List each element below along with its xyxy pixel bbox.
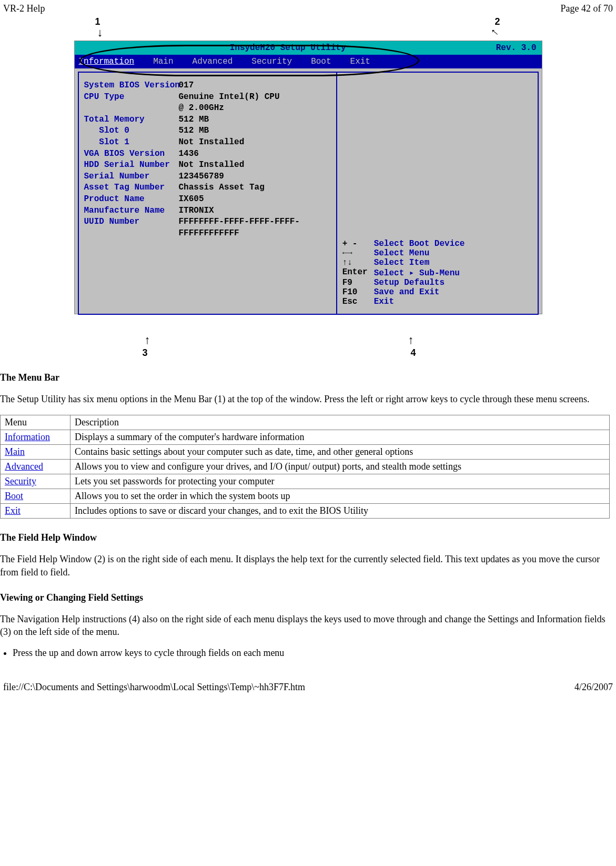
table-row: ExitIncludes options to save or discard … (1, 504, 610, 519)
bullet-item: Press the up and down arrow keys to cycl… (13, 648, 613, 659)
bios-nav-line: ←→Select Menu (342, 248, 532, 258)
bios-field: Total Memory512 MB (84, 114, 331, 126)
bios-nav-line: ↑↓Select Item (342, 258, 532, 267)
bios-field-key (84, 103, 179, 114)
bios-field-key: HDD Serial Number (84, 160, 179, 171)
bios-field-key: Asset Tag Number (84, 182, 179, 194)
link-boot[interactable]: Boot (5, 491, 23, 501)
bios-field-value: Genuine Intel(R) CPU (179, 92, 280, 103)
bios-nav-key: F9 (342, 278, 374, 287)
link-main[interactable]: Main (5, 446, 25, 457)
bios-field-key (84, 228, 179, 240)
bios-field-value: @ 2.00GHz (179, 103, 224, 114)
link-advanced[interactable]: Advanced (5, 461, 43, 472)
table-row: AdvancedAllows you to view and configure… (1, 460, 610, 474)
bios-field: CPU TypeGenuine Intel(R) CPU (84, 92, 331, 103)
para-view-change: The Navigation Help instructions (4) als… (0, 613, 613, 639)
bios-menu-boot[interactable]: Boot (311, 57, 331, 66)
bios-field-value: Chassis Asset Tag (179, 182, 265, 194)
bios-field-key: System BIOS Version (84, 80, 179, 92)
th-menu: Menu (1, 415, 70, 430)
bios-nav-value: Save and Exit (374, 287, 440, 297)
para-menu-bar: The Setup Utility has six menu options i… (0, 393, 613, 405)
bios-field-value: IX605 (179, 194, 204, 205)
bios-nav-value: Select Menu (374, 248, 430, 258)
bios-nav-line: EscExit (342, 297, 532, 306)
bios-field: FFFFFFFFFFFF (84, 228, 331, 240)
bios-field: Slot 0512 MB (84, 125, 331, 137)
bios-nav-key: ←→ (342, 248, 374, 258)
bios-help-panel: + -Select Boot Device←→Select Menu↑↓Sele… (337, 73, 538, 314)
desc-cell: Allows you to set the order in which the… (70, 489, 610, 504)
bios-field-key: VGA BIOS Version (84, 148, 179, 160)
bios-nav-line: + -Select Boot Device (342, 239, 532, 248)
desc-cell: Displays a summary of the computer's har… (70, 430, 610, 445)
bios-field-value: 017 (179, 80, 194, 92)
heading-view-change: Viewing or Changing Field Settings (0, 592, 613, 603)
bios-nav-value: Select Boot Device (374, 239, 465, 248)
header-right: Page 42 of 70 (561, 3, 613, 14)
link-information[interactable]: Information (5, 432, 50, 442)
footer-right: 4/26/2007 (574, 682, 613, 693)
bios-menu-information[interactable]: Information (79, 57, 135, 66)
callout-2: 2 (494, 16, 500, 27)
bios-field: @ 2.00GHz (84, 103, 331, 114)
bios-field-key: Total Memory (84, 114, 179, 126)
bios-nav-key: + - (342, 239, 374, 248)
table-row: SecurityLets you set passwords for prote… (1, 474, 610, 489)
arrow-up-icon: ↑ (408, 334, 414, 346)
bios-field: HDD Serial NumberNot Installed (84, 160, 331, 171)
bios-field-key: UUID Number (84, 216, 179, 228)
bios-field-key: Manufacture Name (84, 205, 179, 217)
table-row: InformationDisplays a summary of the com… (1, 430, 610, 445)
desc-cell: Allows you to view and configure your dr… (70, 460, 610, 474)
bios-field-value: 512 MB (179, 114, 209, 126)
bios-menu-main[interactable]: Main (153, 57, 173, 66)
bios-field-value: 123456789 (179, 171, 224, 183)
bios-nav-key: Esc (342, 297, 374, 306)
bios-menu-security[interactable]: Security (251, 57, 292, 66)
bios-menu-exit[interactable]: Exit (350, 57, 370, 66)
bios-field: UUID NumberFFFFFFFF-FFFF-FFFF-FFFF- (84, 216, 331, 228)
bios-field: VGA BIOS Version1436 (84, 148, 331, 160)
callout-4: 4 (410, 347, 416, 359)
table-header-row: Menu Description (1, 415, 610, 430)
bios-field-key: Slot 1 (84, 137, 179, 148)
para-field-help: The Field Help Window (2) is on the righ… (0, 553, 613, 579)
bios-field-key: Slot 0 (84, 125, 179, 137)
bios-figure: 1 2 3 4 ↓ ↓ ↑ ↑ InsydeH20 Setup Utility … (0, 19, 616, 356)
bios-menu-advanced[interactable]: Advanced (193, 57, 233, 66)
arrow-down-icon: ↓ (97, 27, 103, 38)
bios-nav-key: F10 (342, 287, 374, 297)
bios-nav-value: Setup Defaults (374, 278, 445, 287)
desc-cell: Contains basic settings about your compu… (70, 445, 610, 460)
bios-field-value: Not Installed (179, 137, 245, 148)
bios-field-value: 1436 (179, 148, 199, 160)
heading-menu-bar: The Menu Bar (0, 372, 613, 383)
bios-nav-line: EnterSelect ▸ Sub-Menu (342, 267, 532, 278)
table-row: BootAllows you to set the order in which… (1, 489, 610, 504)
bios-field: Slot 1Not Installed (84, 137, 331, 148)
bios-nav-line: F10Save and Exit (342, 287, 532, 297)
bios-field-key: Product Name (84, 194, 179, 205)
bios-field: Product NameIX605 (84, 194, 331, 205)
arrow-down-icon: ↓ (489, 27, 501, 39)
bios-info-panel: System BIOS Version017CPU TypeGenuine In… (79, 73, 337, 314)
th-description: Description (70, 415, 610, 430)
arrow-up-icon: ↑ (145, 334, 150, 346)
bios-nav-key: ↑↓ (342, 258, 374, 267)
footer-left: file://C:\Documents and Settings\harwood… (3, 682, 305, 693)
bios-menubar: Information Main Advanced Security Boot … (75, 55, 542, 68)
bios-field-value: ITRONIX (179, 205, 214, 217)
link-security[interactable]: Security (5, 476, 36, 486)
bios-field: Manufacture NameITRONIX (84, 205, 331, 217)
bios-field-key: CPU Type (84, 92, 179, 103)
menu-table: Menu Description InformationDisplays a s… (0, 415, 610, 519)
desc-cell: Includes options to save or discard your… (70, 504, 610, 519)
bios-nav-key: Enter (342, 267, 374, 278)
bios-field-value: 512 MB (179, 125, 209, 137)
heading-field-help: The Field Help Window (0, 532, 613, 543)
table-row: MainContains basic settings about your c… (1, 445, 610, 460)
link-exit[interactable]: Exit (5, 505, 21, 516)
bios-nav-value: Select Item (374, 258, 430, 267)
